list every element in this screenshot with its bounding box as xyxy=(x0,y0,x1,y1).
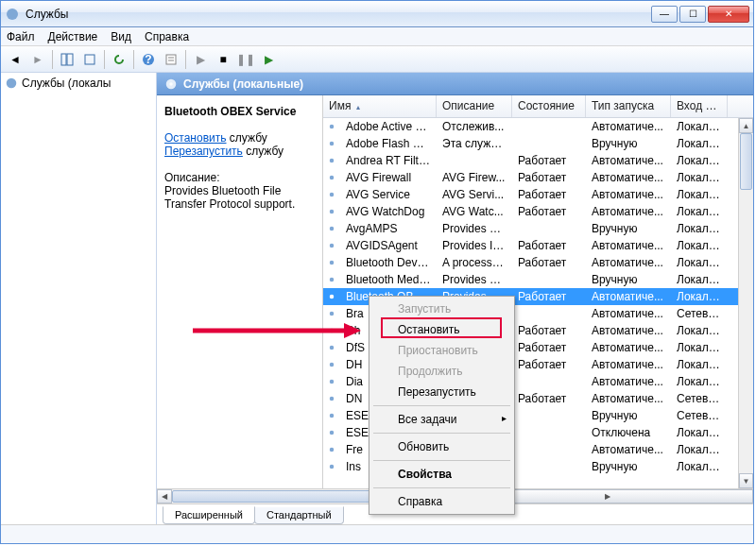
svg-rect-2 xyxy=(61,54,66,65)
maximize-button[interactable]: ☐ xyxy=(679,6,706,23)
svg-point-49 xyxy=(331,415,333,417)
titlebar: Службы — ☐ ✕ xyxy=(1,1,753,27)
scroll-left-button[interactable]: ◀ xyxy=(157,489,172,503)
services-icon xyxy=(164,77,178,91)
table-row[interactable]: Bluetooth Device ...A process t...Работа… xyxy=(323,254,738,271)
detail-pane: Bluetooth OBEX Service Остановить службу… xyxy=(157,95,323,488)
scroll-up-button[interactable]: ▲ xyxy=(739,118,753,133)
pause-service-button[interactable]: ❚❚ xyxy=(235,49,256,70)
refresh-button[interactable] xyxy=(109,49,129,70)
ctx-alltasks[interactable]: Все задачи xyxy=(371,409,512,430)
menu-view[interactable]: Вид xyxy=(111,30,131,43)
svg-point-13 xyxy=(169,82,173,86)
tree-pane: Службы (локалы xyxy=(1,73,157,524)
forward-button[interactable]: ► xyxy=(27,49,48,70)
svg-marker-57 xyxy=(344,323,361,338)
svg-rect-4 xyxy=(85,55,94,64)
menu-help[interactable]: Справка xyxy=(145,30,189,43)
col-start[interactable]: Тип запуска xyxy=(586,95,671,117)
svg-point-27 xyxy=(331,228,333,230)
svg-rect-7 xyxy=(166,55,176,64)
table-row[interactable]: Adobe Active File ...Отслежив...Автомати… xyxy=(323,118,738,135)
ctx-refresh[interactable]: Обновить xyxy=(371,436,512,457)
col-state[interactable]: Состояние xyxy=(512,95,586,117)
selected-service-name: Bluetooth OBEX Service xyxy=(164,105,315,118)
svg-point-55 xyxy=(331,466,333,468)
start-service-button[interactable]: ▶ xyxy=(190,49,211,70)
pane-header: Службы (локальные) xyxy=(157,73,753,95)
ctx-stop[interactable]: Остановить xyxy=(371,319,512,340)
svg-point-1 xyxy=(10,12,14,16)
properties-button[interactable] xyxy=(161,49,181,70)
svg-point-25 xyxy=(331,211,333,213)
table-row[interactable]: AVG WatchDogAVG Watc...РаботаетАвтоматич… xyxy=(323,203,738,220)
svg-text:?: ? xyxy=(145,53,151,66)
svg-point-53 xyxy=(331,449,333,451)
table-row[interactable]: AVG FirewallAVG Firew...РаботаетАвтомати… xyxy=(323,169,738,186)
description-label: Описание: xyxy=(164,171,315,184)
table-row[interactable]: Andrea RT Filters ...РаботаетАвтоматиче.… xyxy=(323,152,738,169)
services-icon xyxy=(5,77,18,90)
hscroll-thumb[interactable] xyxy=(172,490,375,503)
show-hide-tree-button[interactable] xyxy=(57,49,77,70)
table-row[interactable]: AvgAMPSProvides pr...ВручнуюЛокальна xyxy=(323,220,738,237)
col-name[interactable]: Имя xyxy=(323,95,437,117)
scroll-down-button[interactable]: ▼ xyxy=(739,473,753,488)
close-button[interactable]: ✕ xyxy=(708,6,749,23)
table-row[interactable]: AVG ServiceAVG Servi...РаботаетАвтоматич… xyxy=(323,186,738,203)
column-headers: Имя Описание Состояние Тип запуска Вход … xyxy=(323,95,753,118)
menu-file[interactable]: Файл xyxy=(7,30,35,43)
svg-point-33 xyxy=(331,279,333,281)
menu-action[interactable]: Действие xyxy=(48,30,98,43)
svg-point-37 xyxy=(331,313,333,315)
ctx-pause: Приостановить xyxy=(371,340,512,361)
ctx-start: Запустить xyxy=(371,299,512,319)
statusbar xyxy=(1,524,753,543)
restart-service-button[interactable]: ▶ xyxy=(258,49,279,70)
svg-point-43 xyxy=(331,364,333,366)
export-button[interactable] xyxy=(79,49,100,70)
ctx-properties[interactable]: Свойства xyxy=(371,464,512,485)
context-menu: Запустить Остановить Приостановить Продо… xyxy=(369,296,515,515)
col-desc[interactable]: Описание xyxy=(437,95,512,117)
col-logon[interactable]: Вход от и xyxy=(671,95,728,117)
svg-point-21 xyxy=(331,177,333,179)
stop-service-button[interactable]: ■ xyxy=(213,49,233,70)
toolbar: ◄ ► ? ▶ ■ ❚❚ ▶ xyxy=(1,46,753,73)
pane-title: Службы (локальные) xyxy=(183,77,303,91)
annotation-arrow xyxy=(193,321,363,340)
tab-standard[interactable]: Стандартный xyxy=(254,506,344,524)
menubar: Файл Действие Вид Справка xyxy=(1,27,753,46)
svg-point-45 xyxy=(331,381,333,383)
tab-extended[interactable]: Расширенный xyxy=(163,506,255,524)
table-row[interactable]: AVGIDSAgentProvides Id...РаботаетАвтомат… xyxy=(323,237,738,254)
svg-point-17 xyxy=(331,143,333,145)
svg-point-35 xyxy=(331,296,333,298)
scroll-thumb[interactable] xyxy=(740,133,752,190)
restart-link[interactable]: Перезапустить xyxy=(164,145,243,158)
window-title: Службы xyxy=(26,8,651,21)
services-icon xyxy=(5,7,20,22)
back-button[interactable]: ◄ xyxy=(5,49,26,70)
description-text: Provides Bluetooth File Transfer Protoco… xyxy=(164,184,315,211)
table-row[interactable]: Adobe Flash Playe...Эта служб...ВручнуюЛ… xyxy=(323,135,738,152)
svg-rect-3 xyxy=(67,54,73,65)
minimize-button[interactable]: — xyxy=(651,6,678,23)
ctx-resume: Продолжить xyxy=(371,361,512,382)
svg-point-47 xyxy=(331,398,333,400)
svg-point-41 xyxy=(331,347,333,349)
tree-root[interactable]: Службы (локалы xyxy=(22,77,111,90)
ctx-help[interactable]: Справка xyxy=(371,491,512,512)
svg-point-15 xyxy=(331,126,333,128)
svg-point-51 xyxy=(331,432,333,434)
svg-point-31 xyxy=(331,262,333,264)
svg-point-19 xyxy=(331,160,333,162)
ctx-restart[interactable]: Перезапустить xyxy=(371,382,512,402)
help-button[interactable]: ? xyxy=(138,49,159,70)
svg-point-23 xyxy=(331,194,333,196)
vertical-scrollbar[interactable]: ▲ ▼ xyxy=(738,118,753,488)
svg-point-29 xyxy=(331,245,333,247)
svg-point-11 xyxy=(9,81,13,85)
stop-link[interactable]: Остановить xyxy=(164,131,227,145)
table-row[interactable]: Bluetooth Media S...Provides Bl...Вручну… xyxy=(323,271,738,288)
